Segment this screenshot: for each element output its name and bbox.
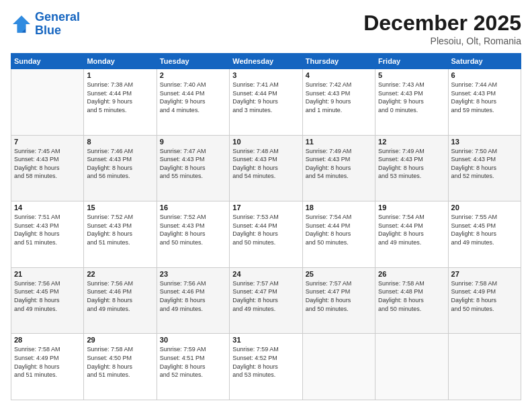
day-number: 12 [378, 138, 445, 146]
cell-w2-d3: 10Sunrise: 7:48 AM Sunset: 4:43 PM Dayli… [230, 135, 302, 201]
cell-w4-d5: 26Sunrise: 7:58 AM Sunset: 4:48 PM Dayli… [375, 267, 448, 334]
day-number: 1 [87, 71, 153, 79]
day-number: 6 [451, 71, 518, 79]
day-info: Sunrise: 7:43 AM Sunset: 4:43 PM Dayligh… [378, 81, 445, 114]
day-info: Sunrise: 7:56 AM Sunset: 4:46 PM Dayligh… [160, 279, 226, 313]
col-sunday: Sunday [11, 54, 84, 69]
col-tuesday: Tuesday [157, 54, 229, 69]
cell-w1-d0 [11, 69, 84, 136]
day-number: 31 [232, 336, 299, 344]
col-saturday: Saturday [448, 54, 521, 69]
day-number: 13 [451, 138, 518, 146]
day-info: Sunrise: 7:41 AM Sunset: 4:44 PM Dayligh… [232, 81, 299, 114]
day-info: Sunrise: 7:58 AM Sunset: 4:50 PM Dayligh… [87, 345, 153, 379]
cell-w2-d4: 11Sunrise: 7:49 AM Sunset: 4:43 PM Dayli… [302, 135, 375, 201]
day-info: Sunrise: 7:44 AM Sunset: 4:43 PM Dayligh… [451, 81, 518, 114]
day-info: Sunrise: 7:53 AM Sunset: 4:44 PM Dayligh… [232, 213, 299, 246]
col-thursday: Thursday [302, 54, 375, 69]
month-title: December 2025 [363, 11, 521, 36]
day-info: Sunrise: 7:45 AM Sunset: 4:43 PM Dayligh… [14, 147, 81, 181]
day-info: Sunrise: 7:51 AM Sunset: 4:43 PM Dayligh… [14, 213, 81, 246]
cell-w1-d2: 2Sunrise: 7:40 AM Sunset: 4:44 PM Daylig… [157, 69, 229, 136]
cell-w2-d0: 7Sunrise: 7:45 AM Sunset: 4:43 PM Daylig… [11, 135, 84, 201]
day-info: Sunrise: 7:58 AM Sunset: 4:49 PM Dayligh… [451, 279, 518, 313]
day-info: Sunrise: 7:55 AM Sunset: 4:45 PM Dayligh… [451, 213, 518, 246]
day-number: 16 [160, 203, 226, 212]
day-info: Sunrise: 7:56 AM Sunset: 4:46 PM Dayligh… [87, 279, 153, 313]
day-info: Sunrise: 7:59 AM Sunset: 4:52 PM Dayligh… [232, 345, 299, 379]
cell-w1-d6: 6Sunrise: 7:44 AM Sunset: 4:43 PM Daylig… [448, 69, 521, 136]
day-number: 23 [160, 270, 226, 278]
day-number: 17 [232, 203, 299, 212]
day-info: Sunrise: 7:49 AM Sunset: 4:43 PM Dayligh… [378, 147, 445, 181]
cell-w3-d3: 17Sunrise: 7:53 AM Sunset: 4:44 PM Dayli… [230, 201, 302, 268]
day-number: 19 [378, 203, 445, 212]
day-number: 3 [232, 71, 299, 79]
logo-text: General Blue [35, 11, 80, 38]
week-row-3: 14Sunrise: 7:51 AM Sunset: 4:43 PM Dayli… [11, 201, 521, 268]
day-info: Sunrise: 7:46 AM Sunset: 4:43 PM Dayligh… [87, 147, 153, 181]
cell-w5-d2: 30Sunrise: 7:59 AM Sunset: 4:51 PM Dayli… [157, 334, 229, 400]
day-number: 11 [306, 138, 372, 146]
day-info: Sunrise: 7:40 AM Sunset: 4:44 PM Dayligh… [160, 81, 226, 114]
day-number: 29 [87, 336, 153, 344]
cell-w2-d6: 13Sunrise: 7:50 AM Sunset: 4:43 PM Dayli… [448, 135, 521, 201]
page: General Blue December 2025 Plesoiu, Olt,… [0, 0, 532, 411]
cell-w4-d2: 23Sunrise: 7:56 AM Sunset: 4:46 PM Dayli… [157, 267, 229, 334]
day-number: 21 [14, 270, 81, 278]
cell-w5-d3: 31Sunrise: 7:59 AM Sunset: 4:52 PM Dayli… [230, 334, 302, 400]
logo-line2: Blue [35, 24, 61, 37]
cell-w5-d4 [302, 334, 375, 400]
day-info: Sunrise: 7:49 AM Sunset: 4:43 PM Dayligh… [306, 147, 372, 181]
day-number: 15 [87, 203, 153, 212]
svg-marker-1 [13, 15, 30, 33]
day-number: 24 [232, 270, 299, 278]
day-number: 26 [378, 270, 445, 278]
day-number: 30 [160, 336, 226, 344]
day-info: Sunrise: 7:48 AM Sunset: 4:43 PM Dayligh… [232, 147, 299, 181]
day-number: 28 [14, 336, 81, 344]
day-info: Sunrise: 7:38 AM Sunset: 4:44 PM Dayligh… [87, 81, 153, 114]
cell-w3-d2: 16Sunrise: 7:52 AM Sunset: 4:43 PM Dayli… [157, 201, 229, 268]
day-info: Sunrise: 7:56 AM Sunset: 4:45 PM Dayligh… [14, 279, 81, 313]
cell-w3-d6: 20Sunrise: 7:55 AM Sunset: 4:45 PM Dayli… [448, 201, 521, 268]
cell-w2-d2: 9Sunrise: 7:47 AM Sunset: 4:43 PM Daylig… [157, 135, 229, 201]
cell-w1-d3: 3Sunrise: 7:41 AM Sunset: 4:44 PM Daylig… [230, 69, 302, 136]
day-number: 25 [306, 270, 372, 278]
cell-w3-d1: 15Sunrise: 7:52 AM Sunset: 4:43 PM Dayli… [84, 201, 157, 268]
day-info: Sunrise: 7:57 AM Sunset: 4:47 PM Dayligh… [306, 279, 372, 313]
cell-w4-d1: 22Sunrise: 7:56 AM Sunset: 4:46 PM Dayli… [84, 267, 157, 334]
cell-w4-d0: 21Sunrise: 7:56 AM Sunset: 4:45 PM Dayli… [11, 267, 84, 334]
day-number: 27 [451, 270, 518, 278]
day-info: Sunrise: 7:50 AM Sunset: 4:43 PM Dayligh… [451, 147, 518, 181]
logo: General Blue [11, 11, 80, 38]
day-number: 8 [87, 138, 153, 146]
location: Plesoiu, Olt, Romania [363, 36, 521, 46]
day-number: 10 [232, 138, 299, 146]
cell-w1-d1: 1Sunrise: 7:38 AM Sunset: 4:44 PM Daylig… [84, 69, 157, 136]
day-number: 9 [160, 138, 226, 146]
cell-w5-d5 [375, 334, 448, 400]
day-info: Sunrise: 7:57 AM Sunset: 4:47 PM Dayligh… [232, 279, 299, 313]
calendar: Sunday Monday Tuesday Wednesday Thursday… [11, 53, 521, 400]
day-info: Sunrise: 7:59 AM Sunset: 4:51 PM Dayligh… [160, 345, 226, 379]
col-friday: Friday [375, 54, 448, 69]
logo-icon [11, 13, 32, 35]
day-info: Sunrise: 7:47 AM Sunset: 4:43 PM Dayligh… [160, 147, 226, 181]
cell-w4-d4: 25Sunrise: 7:57 AM Sunset: 4:47 PM Dayli… [302, 267, 375, 334]
day-info: Sunrise: 7:42 AM Sunset: 4:43 PM Dayligh… [306, 81, 372, 114]
cell-w2-d1: 8Sunrise: 7:46 AM Sunset: 4:43 PM Daylig… [84, 135, 157, 201]
day-number: 18 [306, 203, 372, 212]
cell-w4-d6: 27Sunrise: 7:58 AM Sunset: 4:49 PM Dayli… [448, 267, 521, 334]
cell-w2-d5: 12Sunrise: 7:49 AM Sunset: 4:43 PM Dayli… [375, 135, 448, 201]
cell-w1-d5: 5Sunrise: 7:43 AM Sunset: 4:43 PM Daylig… [375, 69, 448, 136]
day-info: Sunrise: 7:58 AM Sunset: 4:48 PM Dayligh… [378, 279, 445, 313]
header: General Blue December 2025 Plesoiu, Olt,… [11, 11, 521, 46]
day-number: 5 [378, 71, 445, 79]
day-info: Sunrise: 7:52 AM Sunset: 4:43 PM Dayligh… [160, 213, 226, 246]
header-row: Sunday Monday Tuesday Wednesday Thursday… [11, 54, 521, 69]
day-info: Sunrise: 7:52 AM Sunset: 4:43 PM Dayligh… [87, 213, 153, 246]
day-number: 22 [87, 270, 153, 278]
cell-w1-d4: 4Sunrise: 7:42 AM Sunset: 4:43 PM Daylig… [302, 69, 375, 136]
day-number: 2 [160, 71, 226, 79]
